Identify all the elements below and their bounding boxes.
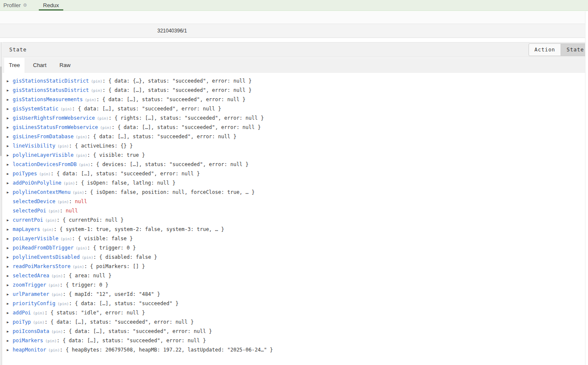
pin-link[interactable]: (pin): [42, 228, 54, 232]
pin-link[interactable]: (pin): [60, 237, 72, 241]
expand-arrow-icon[interactable]: ▶: [7, 77, 13, 86]
state-key[interactable]: zoomTrigger: [13, 282, 46, 288]
tree-row[interactable]: ▶gisStationsStaticDistrict(pin):{ data: …: [3, 76, 585, 86]
pin-link[interactable]: (pin): [79, 163, 90, 167]
state-key[interactable]: gisUserRightsFromWebservice: [13, 115, 95, 121]
state-key[interactable]: gisLinesFromDatabase: [13, 134, 74, 140]
tree-row[interactable]: ▶gisSystemStatic(pin):{ data: […], statu…: [3, 104, 585, 113]
pin-link[interactable]: (pin): [64, 181, 75, 185]
pin-link[interactable]: (pin): [48, 209, 59, 213]
pin-link[interactable]: (pin): [60, 107, 72, 111]
state-key[interactable]: selectedDevice: [13, 199, 55, 204]
state-key[interactable]: gisStationsMeasurements: [13, 97, 83, 102]
tree-row[interactable]: ▶heapMonitor(pin):{ heapBytes: 206797508…: [3, 345, 585, 354]
state-key[interactable]: lineVisibility: [13, 143, 55, 149]
state-key[interactable]: urlParameter: [13, 291, 49, 297]
pin-link[interactable]: (pin): [73, 191, 84, 195]
pin-link[interactable]: (pin): [100, 126, 111, 130]
tree-row[interactable]: ▶zoomTrigger(pin):{ trigger: 0 }: [3, 280, 585, 290]
state-key[interactable]: addPoiOnPolyline: [13, 180, 62, 186]
tree-row[interactable]: ▶addPoiOnPolyline(pin):{ isOpen: false, …: [3, 178, 585, 188]
state-key[interactable]: polylineLayerVisible: [13, 152, 74, 158]
pin-link[interactable]: (pin): [51, 330, 63, 334]
state-key[interactable]: poiIconsData: [13, 328, 49, 334]
pin-link[interactable]: (pin): [45, 339, 57, 343]
tab-tree[interactable]: Tree: [4, 58, 24, 73]
state-key[interactable]: selectedArea: [13, 273, 49, 279]
expand-arrow-icon[interactable]: ▶: [7, 132, 13, 142]
expand-arrow-icon[interactable]: ▶: [7, 151, 13, 160]
expand-arrow-icon[interactable]: ▶: [7, 188, 13, 197]
state-key[interactable]: poiTyp: [13, 319, 31, 325]
pin-link[interactable]: (pin): [82, 255, 93, 260]
tab-raw[interactable]: Raw: [55, 58, 75, 73]
tree-row[interactable]: ▶selectedDevice(pin):null: [3, 197, 585, 206]
state-key[interactable]: gisStationsStatusDistrict: [13, 87, 89, 93]
tree-row[interactable]: ▶selectedArea(pin):{ area: null }: [3, 271, 585, 280]
tree-row[interactable]: ▶polylineLayerVisible(pin):{ visible: tr…: [3, 150, 585, 160]
tree-row[interactable]: ▶poiLayerVisible(pin):{ visible: false }: [3, 234, 585, 243]
pin-link[interactable]: (pin): [51, 293, 63, 297]
expand-arrow-icon[interactable]: ▶: [7, 105, 13, 114]
tree-row[interactable]: ▶poiMarkers(pin):{ data: […], status: "s…: [3, 336, 585, 345]
state-key[interactable]: heapMonitor: [13, 347, 46, 353]
tree-row[interactable]: ▶polylineEventsDisabled(pin):{ disabled:…: [3, 252, 585, 262]
tree-row[interactable]: ▶polylineContextMenu(pin):{ isOpen: fals…: [3, 188, 585, 197]
expand-arrow-icon[interactable]: ▶: [7, 244, 13, 253]
expand-arrow-icon[interactable]: ▶: [7, 142, 13, 151]
pin-link[interactable]: (pin): [33, 311, 44, 315]
tab-action[interactable]: Action: [529, 43, 561, 56]
tree-row[interactable]: ▶gisUserRightsFromWebservice(pin):{ righ…: [3, 113, 585, 123]
state-key[interactable]: selectedPoi: [13, 208, 46, 214]
expand-arrow-icon[interactable]: ▶: [7, 114, 13, 123]
expand-arrow-icon[interactable]: ▶: [7, 290, 13, 299]
panel-resizer[interactable]: [0, 42, 2, 365]
state-key[interactable]: polylineContextMenu: [13, 189, 70, 195]
state-key[interactable]: poiLayerVisible: [13, 236, 58, 242]
tree-row[interactable]: ▶gisStationsStatusDistrict(pin):{ data: …: [3, 86, 585, 95]
pin-link[interactable]: (pin): [57, 200, 69, 204]
pin-link[interactable]: (pin): [57, 144, 69, 148]
tab-profiler[interactable]: Profiler ⚙: [0, 0, 31, 11]
pin-link[interactable]: (pin): [57, 302, 69, 306]
tree-row[interactable]: ▶gisLinesFromDatabase(pin):{ data: […], …: [3, 132, 585, 141]
tree-row[interactable]: ▶gisStationsMeasurements(pin):{ data: [……: [3, 95, 585, 104]
tree-row[interactable]: ▶currentPoi(pin):{ currentPoi: null }: [3, 215, 585, 225]
state-key[interactable]: gisSystemStatic: [13, 106, 58, 112]
state-key[interactable]: currentPoi: [13, 217, 43, 223]
state-key[interactable]: gisLinesStatusFromWebservice: [13, 124, 98, 130]
tree-row[interactable]: ▶poiTypes(pin):{ data: […], status: "suc…: [3, 169, 585, 178]
expand-arrow-icon[interactable]: ▶: [7, 216, 13, 225]
pin-link[interactable]: (pin): [48, 348, 59, 352]
vertical-scrollbar[interactable]: [585, 11, 588, 365]
expand-arrow-icon[interactable]: ▶: [7, 123, 13, 132]
state-key[interactable]: poiReadFromDbTrigger: [13, 245, 74, 251]
expand-arrow-icon[interactable]: ▶: [7, 271, 13, 281]
expand-arrow-icon[interactable]: ▶: [7, 160, 13, 169]
tab-state[interactable]: State: [561, 43, 588, 56]
state-key[interactable]: addPoi: [13, 310, 31, 316]
expand-arrow-icon[interactable]: ▶: [7, 318, 13, 327]
expand-arrow-icon[interactable]: ▶: [7, 299, 13, 309]
pin-link[interactable]: (pin): [76, 246, 87, 250]
expand-arrow-icon[interactable]: ▶: [7, 309, 13, 318]
panel-resizer-thumb[interactable]: [0, 67, 2, 156]
state-key[interactable]: locationDevicesFromDB: [13, 161, 77, 167]
expand-arrow-icon[interactable]: ▶: [7, 346, 13, 355]
pin-link[interactable]: (pin): [85, 98, 96, 102]
tree-row[interactable]: ▶locationDevicesFromDB(pin):{ devices: […: [3, 160, 585, 169]
expand-arrow-icon[interactable]: ▶: [7, 336, 13, 346]
tree-row[interactable]: ▶gisLinesStatusFromWebservice(pin):{ dat…: [3, 123, 585, 132]
state-key[interactable]: readPoiMarkersStore: [13, 263, 70, 269]
expand-arrow-icon[interactable]: ▶: [7, 169, 13, 179]
state-key[interactable]: gisStationsStaticDistrict: [13, 78, 89, 84]
tree-row[interactable]: ▶addPoi(pin):{ status: "idle", error: nu…: [3, 308, 585, 317]
pin-link[interactable]: (pin): [48, 283, 59, 287]
tree-row[interactable]: ▶urlParameter(pin):{ mapId: "12", userId…: [3, 290, 585, 299]
tree-row[interactable]: ▶poiIconsData(pin):{ data: […], status: …: [3, 327, 585, 336]
state-key[interactable]: mapLayers: [13, 226, 40, 232]
expand-arrow-icon[interactable]: ▶: [7, 234, 13, 244]
pin-link[interactable]: (pin): [91, 79, 102, 83]
pin-link[interactable]: (pin): [39, 172, 51, 176]
tree-row[interactable]: ▶poiReadFromDbTrigger(pin):{ trigger: 0 …: [3, 243, 585, 252]
